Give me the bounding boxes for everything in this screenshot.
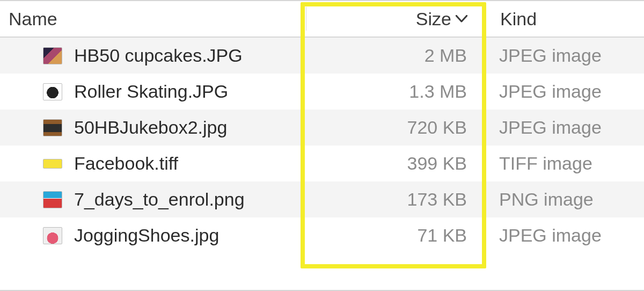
file-kind: JPEG image	[499, 117, 602, 137]
table-row[interactable]: HB50 cupcakes.JPG 2 MB JPEG image	[0, 38, 644, 74]
cell-name: JoggingShoes.jpg	[0, 225, 306, 246]
table-row[interactable]: 50HBJukebox2.jpg 720 KB JPEG image	[0, 110, 644, 146]
file-name: Roller Skating.JPG	[74, 81, 228, 102]
file-rows: HB50 cupcakes.JPG 2 MB JPEG image Roller…	[0, 38, 644, 253]
table-row[interactable]: Roller Skating.JPG 1.3 MB JPEG image	[0, 74, 644, 110]
cell-size: 173 KB	[306, 189, 483, 210]
column-header-size[interactable]: Size	[306, 9, 484, 30]
file-thumbnail-icon	[43, 119, 62, 136]
file-size: 720 KB	[407, 117, 467, 138]
cell-name: 50HBJukebox2.jpg	[0, 117, 306, 138]
cell-size: 399 KB	[306, 153, 483, 174]
cell-name: HB50 cupcakes.JPG	[0, 45, 306, 66]
file-name: JoggingShoes.jpg	[74, 225, 219, 246]
file-kind: JPEG image	[499, 45, 602, 66]
file-name: 7_days_to_enrol.png	[74, 189, 245, 210]
cell-kind: JPEG image	[483, 225, 644, 246]
column-header-kind-label: Kind	[500, 9, 537, 30]
file-size: 71 KB	[417, 225, 467, 246]
file-size: 2 MB	[425, 45, 467, 66]
column-header-name-label: Name	[9, 9, 57, 30]
cell-kind: JPEG image	[483, 45, 644, 66]
file-list-window: Name Size Kind HB50 cupcakes.JPG 2 MB JP…	[0, 0, 644, 291]
chevron-down-icon	[456, 15, 467, 23]
file-thumbnail-icon	[43, 191, 62, 208]
file-thumbnail-icon	[43, 83, 62, 100]
file-name: HB50 cupcakes.JPG	[74, 45, 243, 66]
cell-kind: JPEG image	[483, 117, 644, 138]
table-row[interactable]: Facebook.tiff 399 KB TIFF image	[0, 146, 644, 181]
cell-kind: JPEG image	[483, 81, 644, 102]
cell-size: 71 KB	[306, 225, 483, 246]
cell-name: 7_days_to_enrol.png	[0, 189, 306, 210]
cell-kind: TIFF image	[483, 153, 644, 174]
file-thumbnail-icon	[43, 47, 62, 64]
cell-name: Facebook.tiff	[0, 153, 306, 174]
column-header-size-label: Size	[416, 9, 451, 30]
table-row[interactable]: JoggingShoes.jpg 71 KB JPEG image	[0, 217, 644, 253]
cell-size: 720 KB	[306, 117, 483, 138]
file-size: 173 KB	[407, 189, 467, 210]
file-thumbnail-icon	[43, 227, 62, 244]
column-header-row: Name Size Kind	[0, 1, 644, 38]
table-row[interactable]: 7_days_to_enrol.png 173 KB PNG image	[0, 181, 644, 217]
cell-name: Roller Skating.JPG	[0, 81, 306, 102]
cell-kind: PNG image	[483, 189, 644, 210]
cell-size: 2 MB	[306, 45, 483, 66]
file-name: Facebook.tiff	[74, 153, 178, 174]
column-header-name[interactable]: Name	[0, 9, 306, 30]
cell-size: 1.3 MB	[306, 81, 483, 102]
file-kind: JPEG image	[499, 225, 602, 245]
column-header-kind[interactable]: Kind	[484, 9, 644, 30]
file-kind: PNG image	[499, 189, 594, 209]
file-size: 1.3 MB	[409, 81, 467, 102]
file-name: 50HBJukebox2.jpg	[74, 117, 227, 138]
file-size: 399 KB	[407, 153, 467, 174]
file-kind: TIFF image	[499, 153, 592, 173]
file-thumbnail-icon	[43, 159, 62, 169]
file-kind: JPEG image	[499, 81, 602, 101]
